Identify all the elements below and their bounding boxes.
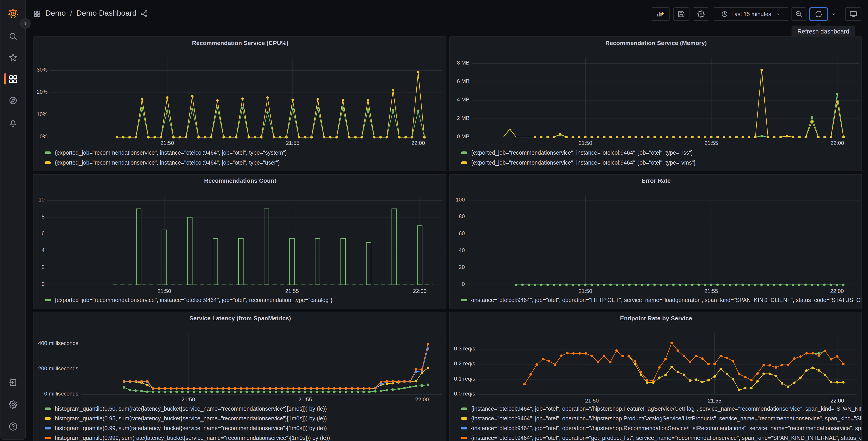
svg-text:21:55: 21:55 [708,398,721,404]
svg-text:21:50: 21:50 [579,140,592,146]
svg-text:8: 8 [42,213,44,219]
svg-text:21:55: 21:55 [704,288,718,294]
svg-text:2 MB: 2 MB [457,115,469,121]
svg-text:22:00: 22:00 [415,396,429,403]
svg-text:22:00: 22:00 [411,140,425,146]
svg-text:0.2 req/s: 0.2 req/s [454,360,475,366]
svg-text:0.0 req/s: 0.0 req/s [454,390,475,396]
svg-text:21:50: 21:50 [585,398,599,404]
svg-text:0: 0 [462,281,465,287]
svg-text:10%: 10% [37,111,48,117]
svg-text:30%: 30% [37,66,48,73]
svg-text:22:00: 22:00 [831,140,844,146]
svg-text:8 MB: 8 MB [457,60,469,66]
svg-text:60: 60 [459,230,465,236]
svg-text:6: 6 [42,230,44,236]
svg-text:80: 80 [459,213,465,219]
svg-text:21:50: 21:50 [579,288,592,294]
svg-text:21:55: 21:55 [298,396,312,403]
svg-text:21:55: 21:55 [704,140,718,146]
svg-text:21:50: 21:50 [157,288,171,294]
svg-text:0 milliseconds: 0 milliseconds [44,390,78,396]
svg-text:0.3 req/s: 0.3 req/s [454,346,475,352]
svg-text:22:00: 22:00 [413,288,427,294]
svg-text:10: 10 [38,197,44,203]
svg-text:21:50: 21:50 [182,396,195,403]
svg-text:0%: 0% [40,133,48,140]
svg-text:22:00: 22:00 [831,398,844,404]
svg-text:0.1 req/s: 0.1 req/s [454,376,475,382]
svg-text:6 MB: 6 MB [457,78,469,84]
svg-text:2: 2 [42,264,44,270]
svg-text:0: 0 [42,281,44,287]
svg-text:21:55: 21:55 [285,288,299,294]
svg-text:20%: 20% [37,89,48,95]
svg-text:4: 4 [42,247,44,253]
svg-text:40: 40 [459,247,465,253]
svg-text:21:55: 21:55 [286,140,299,146]
svg-text:4 MB: 4 MB [457,96,469,102]
svg-text:21:50: 21:50 [160,140,174,146]
svg-text:20: 20 [459,264,465,270]
svg-text:0 MB: 0 MB [457,133,469,140]
svg-text:100: 100 [456,197,465,203]
svg-text:200 milliseconds: 200 milliseconds [38,365,78,372]
svg-text:400 milliseconds: 400 milliseconds [38,340,78,346]
svg-text:22:00: 22:00 [830,288,844,294]
